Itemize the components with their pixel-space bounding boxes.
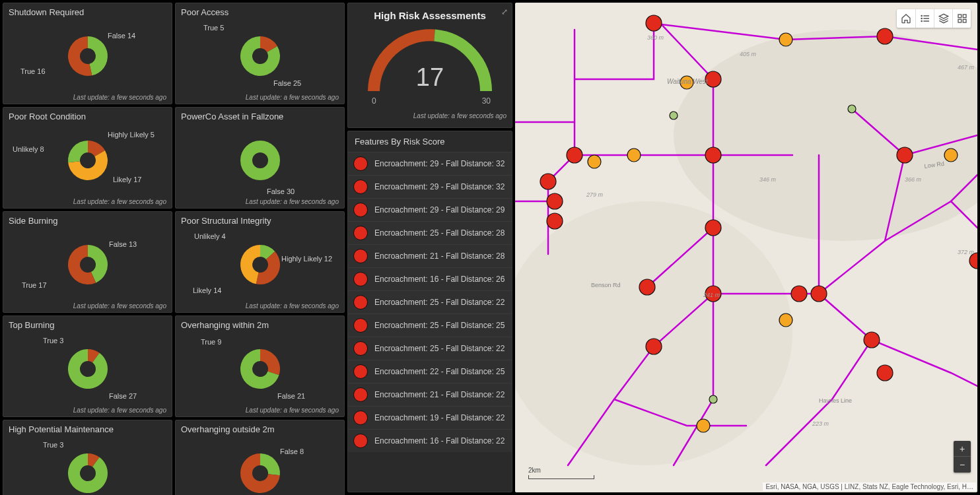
home-icon[interactable] [897, 9, 915, 28]
svg-point-46 [921, 15, 922, 16]
svg-point-24 [627, 148, 641, 162]
list-item-text: Encroachment: 25 - Fall Distance: 22 [374, 298, 505, 307]
segment-label: False 13 [109, 240, 137, 248]
svg-text:467 m: 467 m [958, 64, 975, 71]
svg-point-21 [639, 279, 655, 295]
donut-chart[interactable]: Unlikely 4Highly Likely 12Likely 14 [181, 228, 339, 301]
list-item-text: Encroachment: 19 - Fall Distance: 22 [374, 413, 505, 422]
card-title: Poor Root Condition [9, 112, 166, 121]
svg-text:346 m: 346 m [759, 176, 777, 183]
list-item[interactable]: Encroachment: 29 - Fall Distance: 32 [348, 175, 512, 198]
chart-card: High Potential MaintenanceTrue 3False 27… [3, 420, 172, 495]
donut-chart[interactable]: True 5False 25 [181, 20, 339, 92]
svg-point-4 [646, 15, 662, 31]
list-body[interactable]: Encroachment: 29 - Fall Distance: 32Encr… [348, 152, 512, 492]
risk-dot-icon [353, 341, 368, 356]
donut-chart[interactable]: False 8True 22 [181, 437, 339, 495]
svg-text:366 m: 366 m [905, 176, 922, 183]
segment-label: True 5 [203, 24, 224, 32]
map-panel[interactable]: Waituna West Benson Rd Low Rd Haynes Lin… [515, 3, 977, 492]
list-item[interactable]: Encroachment: 25 - Fall Distance: 22 [348, 290, 512, 314]
risk-dot-icon [353, 434, 368, 448]
list-item-text: Encroachment: 29 - Fall Distance: 29 [374, 205, 505, 214]
svg-point-10 [705, 147, 721, 163]
svg-point-47 [921, 18, 922, 18]
card-title: Side Burning [9, 216, 166, 226]
svg-point-7 [540, 174, 556, 189]
svg-point-28 [944, 148, 958, 162]
segment-label: Unlikely 4 [194, 232, 226, 240]
list-item-text: Encroachment: 22 - Fall Distance: 25 [374, 367, 505, 376]
list-item[interactable]: Encroachment: 16 - Fall Distance: 26 [348, 267, 512, 290]
donut-chart[interactable]: True 9False 21 [181, 333, 339, 405]
svg-point-0 [246, 147, 274, 174]
donut-chart[interactable]: False 13True 17 [9, 228, 166, 301]
list-item[interactable]: Encroachment: 19 - Fall Distance: 22 [348, 406, 512, 429]
chart-card: Poor Structural IntegrityUnlikely 4Highl… [175, 211, 345, 313]
list-item-text: Encroachment: 29 - Fall Distance: 32 [374, 159, 505, 168]
donut-chart[interactable]: Highly Likely 5Likely 17Unlikely 8 [9, 124, 166, 197]
card-title: Top Burning [9, 320, 166, 330]
risk-dot-icon [353, 249, 368, 263]
map-toolbar [897, 9, 971, 28]
list-item[interactable]: Encroachment: 21 - Fall Distance: 22 [348, 383, 512, 406]
svg-point-13 [646, 339, 662, 354]
chart-card: Overhanging within 2mTrue 9False 21Last … [175, 315, 345, 417]
zoom-out-button[interactable]: − [954, 457, 971, 473]
segment-label: True 17 [22, 281, 47, 289]
segment-label: False 27 [109, 392, 137, 400]
map-canvas[interactable]: Waituna West Benson Rd Low Rd Haynes Lin… [515, 3, 977, 492]
svg-point-15 [791, 286, 807, 302]
risk-dot-icon [353, 411, 368, 425]
list-item[interactable]: Encroachment: 25 - Fall Distance: 28 [348, 221, 512, 244]
donut-chart[interactable]: True 3False 27 [9, 437, 166, 495]
list-item[interactable]: Encroachment: 16 - Fall Distance: 22 [348, 429, 512, 452]
list-item[interactable]: Encroachment: 29 - Fall Distance: 29 [348, 198, 512, 221]
segment-label: Likely 17 [113, 176, 141, 183]
basemap-icon[interactable] [952, 9, 971, 28]
donut-chart[interactable]: False 14True 16 [9, 20, 166, 92]
scale-bar: 2km [528, 467, 594, 479]
risk-dot-icon [353, 318, 368, 333]
risk-dot-icon [353, 387, 368, 402]
segment-label: False 8 [280, 447, 304, 455]
zoom-in-button[interactable]: + [954, 441, 971, 457]
card-title: High Potential Maintenance [9, 424, 166, 434]
card-footer: Last update: a few seconds ago [181, 198, 339, 205]
card-footer: Last update: a few seconds ago [353, 112, 507, 119]
svg-point-8 [547, 193, 563, 209]
list-item[interactable]: Encroachment: 25 - Fall Distance: 25 [348, 314, 512, 337]
segment-label: True 16 [20, 67, 46, 75]
layers-icon[interactable] [934, 9, 952, 28]
list-title: Features By Risk Score [348, 131, 512, 152]
list-item-text: Encroachment: 29 - Fall Distance: 32 [374, 182, 505, 191]
gauge-card: ⤢ High Risk Assessments 17 0 30 Last upd… [347, 3, 512, 128]
legend-icon[interactable] [915, 9, 934, 28]
gauge-max: 30 [482, 96, 491, 106]
card-title: Shutdown Required [9, 7, 166, 17]
expand-icon[interactable]: ⤢ [501, 7, 508, 16]
list-item[interactable]: Encroachment: 21 - Fall Distance: 28 [348, 244, 512, 267]
svg-text:279 m: 279 m [586, 191, 604, 198]
card-footer: Last update: a few seconds ago [181, 302, 339, 310]
segment-label: True 3 [43, 337, 63, 345]
svg-point-30 [848, 105, 856, 113]
risk-dot-icon [353, 180, 368, 194]
svg-point-48 [921, 20, 922, 21]
svg-point-9 [547, 213, 563, 229]
list-item[interactable]: Encroachment: 29 - Fall Distance: 32 [348, 152, 512, 175]
list-item[interactable]: Encroachment: 22 - Fall Distance: 25 [348, 360, 512, 383]
donut-chart[interactable]: True 3False 27 [9, 333, 166, 405]
segment-label: Highly Likely 5 [108, 131, 155, 139]
list-item-text: Encroachment: 16 - Fall Distance: 26 [374, 275, 505, 284]
risk-list-card: Features By Risk Score Encroachment: 29 … [347, 131, 512, 492]
svg-marker-49 [939, 14, 948, 18]
chart-card: Top BurningTrue 3False 27Last update: a … [3, 315, 172, 417]
svg-text:405 m: 405 m [740, 51, 757, 57]
donut-chart[interactable]: False 30 [181, 124, 339, 197]
svg-point-31 [709, 395, 717, 403]
risk-dot-icon [353, 203, 368, 217]
segment-label: False 25 [273, 79, 301, 87]
svg-text:241 m: 241 m [703, 292, 720, 298]
list-item[interactable]: Encroachment: 25 - Fall Distance: 22 [348, 337, 512, 360]
